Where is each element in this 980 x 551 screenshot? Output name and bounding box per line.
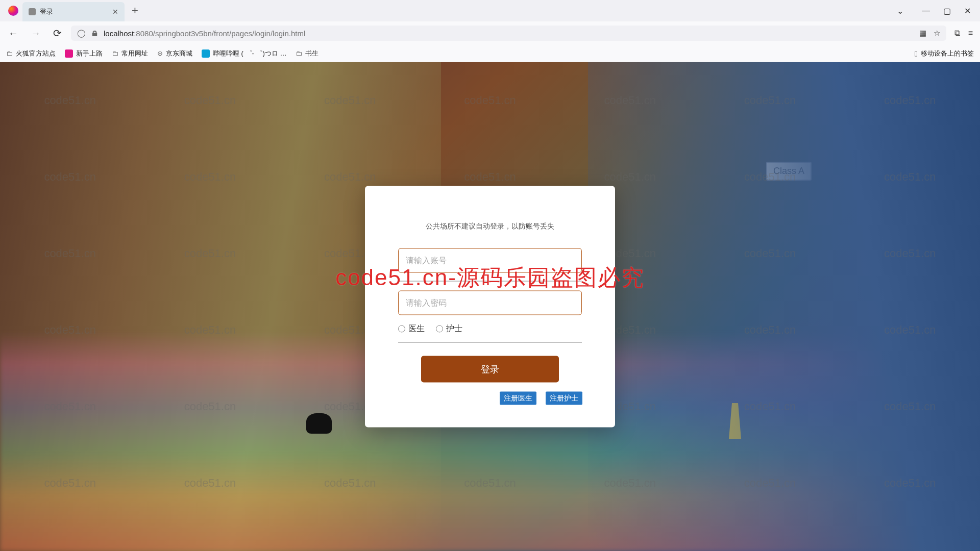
- forward-button[interactable]: →: [28, 26, 44, 41]
- shield-icon[interactable]: ◯: [77, 29, 86, 38]
- folder-icon: 🗀: [6, 49, 13, 57]
- tab-favicon-icon: [29, 8, 36, 15]
- register-nurse-link[interactable]: 注册护士: [546, 392, 582, 405]
- bookmarks-bar: 🗀 火狐官方站点 新手上路 🗀 常用网址 ⊕ 京东商城 哔哩哔哩 ( ゜- ゜)…: [0, 45, 980, 62]
- minimize-icon[interactable]: —: [922, 6, 930, 15]
- close-window-icon[interactable]: ✕: [964, 6, 971, 16]
- bookmark-item[interactable]: 新手上路: [65, 49, 103, 58]
- mobile-bookmarks[interactable]: ▯ 移动设备上的书签: [914, 49, 974, 58]
- radio-icon: [436, 325, 443, 332]
- url-field[interactable]: ◯ 🔒︎ localhost:8080/springboot3v5bn/fron…: [71, 26, 946, 41]
- class-sign: Class A: [766, 162, 812, 181]
- register-doctor-link[interactable]: 注册医生: [500, 392, 536, 405]
- folder-icon: 🗀: [112, 49, 118, 57]
- favicon-icon: [65, 49, 73, 58]
- role-radio-doctor[interactable]: 医生: [398, 323, 425, 334]
- qr-icon[interactable]: ▦: [919, 29, 926, 38]
- page-content: Class A code51.cncode51.cncode51.cncode5…: [0, 62, 980, 551]
- address-bar: ← → ⟳ ◯ 🔒︎ localhost:8080/springboot3v5b…: [0, 21, 980, 45]
- bookmark-star-icon[interactable]: ☆: [934, 29, 940, 38]
- tabs-dropdown-icon[interactable]: ⌄: [897, 6, 903, 16]
- role-radio-nurse[interactable]: 护士: [436, 323, 462, 334]
- app-menu-icon[interactable]: ≡: [968, 29, 973, 38]
- username-input[interactable]: [398, 248, 582, 273]
- url-text: localhost:8080/springboot3v5bn/front/pag…: [104, 29, 914, 38]
- bookmark-item[interactable]: ⊕ 京东商城: [157, 49, 192, 58]
- lock-icon[interactable]: 🔒︎: [91, 29, 99, 38]
- tab-title: 登录: [40, 7, 53, 16]
- browser-chrome: 登录 ✕ + ⌄ — ▢ ✕ ← → ⟳ ◯ 🔒︎ localhost:8080…: [0, 0, 980, 62]
- extensions-icon[interactable]: ⧉: [954, 29, 960, 38]
- cat-silhouette: [306, 413, 332, 434]
- new-tab-button[interactable]: +: [132, 4, 138, 17]
- register-links: 注册医生 注册护士: [393, 392, 587, 405]
- bookmark-item[interactable]: 哔哩哔哩 ( ゜- ゜)つロ …: [202, 49, 286, 58]
- role-radio-group: 医生 护士: [398, 323, 582, 343]
- bookmark-item[interactable]: 🗀 火狐官方站点: [6, 49, 56, 58]
- firefox-logo-icon: [8, 6, 18, 16]
- globe-icon: ⊕: [157, 49, 163, 57]
- back-button[interactable]: ←: [5, 26, 21, 41]
- login-card: 公共场所不建议自动登录，以防账号丢失 医生 护士 登录 注册医生 注册护士: [365, 186, 615, 428]
- password-input[interactable]: [398, 291, 582, 315]
- device-icon: ▯: [914, 49, 918, 57]
- tab-close-icon[interactable]: ✕: [112, 8, 118, 16]
- radio-icon: [398, 325, 405, 332]
- refresh-button[interactable]: ⟳: [50, 25, 65, 41]
- window-controls: ⌄ — ▢ ✕: [897, 6, 976, 16]
- maximize-icon[interactable]: ▢: [943, 6, 951, 16]
- bookmark-item[interactable]: 🗀 书生: [296, 49, 318, 58]
- favicon-icon: [202, 49, 210, 58]
- folder-icon: 🗀: [296, 49, 302, 57]
- divider: [398, 281, 582, 282]
- browser-tab[interactable]: 登录 ✕: [22, 2, 125, 21]
- username-field-wrap: [398, 248, 582, 273]
- bookmark-item[interactable]: 🗀 常用网址: [112, 49, 148, 58]
- password-field-wrap: [398, 291, 582, 315]
- login-hint: 公共场所不建议自动登录，以防账号丢失: [393, 222, 587, 231]
- caution-sign: [725, 403, 745, 439]
- login-button[interactable]: 登录: [421, 356, 559, 383]
- tab-bar: 登录 ✕ + ⌄ — ▢ ✕: [0, 0, 980, 21]
